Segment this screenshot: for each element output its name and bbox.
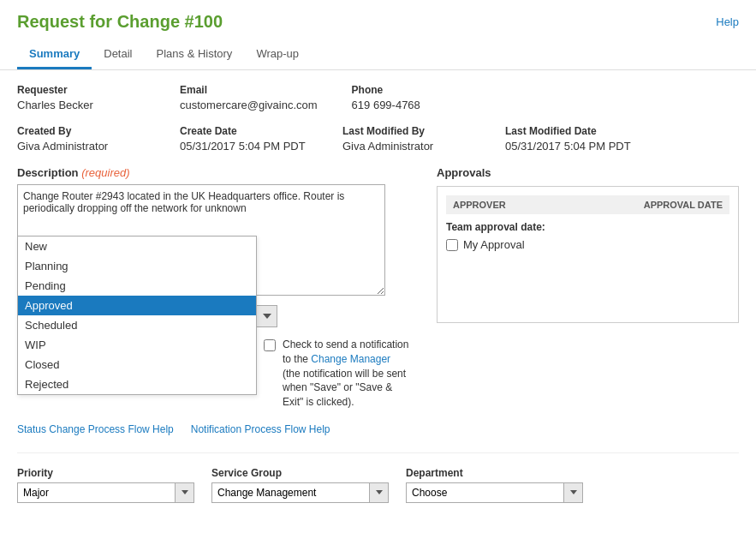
status-dropdown-popup: New Planning Pending Approved Scheduled … [17, 236, 257, 395]
dropdown-option-pending[interactable]: Pending [18, 276, 256, 296]
dropdown-option-planning[interactable]: Planning [18, 256, 256, 276]
last-modified-date-value: 05/31/2017 5:04 PM PDT [505, 140, 634, 153]
approval-date-col-header: APPROVAL DATE [644, 200, 723, 210]
create-date-label: Create Date [180, 125, 308, 137]
created-by-label: Created By [17, 125, 146, 137]
status-select-arrow[interactable] [257, 305, 277, 327]
dropdown-option-rejected[interactable]: Rejected [18, 374, 256, 394]
service-group-label: Service Group [211, 467, 389, 479]
last-modified-by-label: Last Modified By [342, 125, 471, 137]
dropdown-option-wip[interactable]: WIP [18, 335, 256, 355]
approver-col-header: APPROVER [453, 200, 506, 210]
notification-checkbox[interactable] [264, 339, 276, 351]
requester-value: Charles Becker [17, 99, 146, 111]
my-approval-label: My Approval [463, 238, 525, 251]
created-by-value: Giva Administrator [17, 140, 146, 153]
department-group: Department Choose [406, 467, 583, 503]
help-link[interactable]: Help [716, 15, 739, 28]
department-select-arrow[interactable] [564, 482, 583, 503]
dropdown-option-approved[interactable]: Approved [18, 296, 256, 315]
priority-group: Priority Major [17, 467, 194, 503]
approvals-title: Approvals [437, 166, 739, 179]
priority-select-arrow[interactable] [176, 482, 194, 503]
notification-flow-help-link[interactable]: Notification Process Flow Help [191, 423, 330, 435]
department-select[interactable]: Choose [406, 482, 564, 503]
description-required: (required) [81, 166, 129, 179]
phone-value: 619 699-4768 [352, 99, 480, 111]
tab-summary[interactable]: Summary [17, 40, 92, 69]
service-group-select-arrow[interactable] [370, 482, 389, 503]
department-label: Department [406, 467, 583, 479]
page-title: Request for Change #100 [17, 12, 223, 32]
create-date-value: 05/31/2017 5:04 PM PDT [180, 140, 308, 153]
dropdown-option-closed[interactable]: Closed [18, 355, 256, 374]
email-label: Email [180, 84, 318, 96]
priority-label: Priority [17, 467, 194, 479]
description-label: Description (required) [17, 166, 411, 179]
service-group-select[interactable]: Change Management [211, 482, 370, 503]
tab-plans-history[interactable]: Plans & History [145, 40, 245, 69]
approvals-box: APPROVER APPROVAL DATE Team approval dat… [437, 186, 739, 323]
status-change-help-link[interactable]: Status Change Process Flow Help [17, 423, 174, 435]
email-value: customercare@givainc.com [180, 99, 318, 111]
last-modified-date-label: Last Modified Date [505, 125, 634, 137]
my-approval-checkbox[interactable] [446, 239, 458, 251]
phone-label: Phone [352, 84, 480, 96]
last-modified-by-value: Giva Administrator [342, 140, 471, 153]
priority-select[interactable]: Major [17, 482, 176, 503]
team-approval-label: Team approval date: [446, 221, 729, 233]
dropdown-option-scheduled[interactable]: Scheduled [18, 315, 256, 335]
tab-bar: Summary Detail Plans & History Wrap-up [17, 40, 739, 69]
service-group-group: Service Group Change Management [211, 467, 389, 503]
tab-detail[interactable]: Detail [92, 40, 144, 69]
dropdown-option-new[interactable]: New [18, 237, 256, 256]
tab-wrap-up[interactable]: Wrap-up [244, 40, 311, 69]
requester-label: Requester [17, 84, 146, 96]
notification-text: Check to send a notification to the Chan… [283, 338, 411, 410]
